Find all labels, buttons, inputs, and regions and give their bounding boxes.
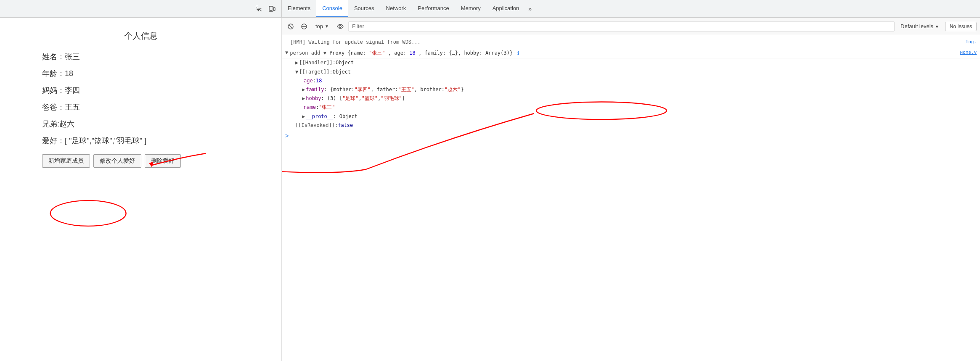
page-title: 个人信息	[17, 30, 265, 42]
tab-memory[interactable]: Memory	[455, 0, 487, 17]
console-output: [HMR] Waiting for update signal from WDS…	[282, 35, 980, 361]
log-level-selector[interactable]: Default levels ▼	[897, 22, 943, 30]
devtools-topbar: Elements Console Sources Network Perform…	[0, 0, 980, 18]
proxy-info-icon[interactable]: ℹ	[517, 50, 519, 56]
context-selector[interactable]: top ▼	[312, 22, 332, 30]
mother-item: 妈妈：李四	[17, 85, 265, 95]
proxy-log-line: ▼ person add ▼ Proxy {name: "张三" , age: …	[282, 48, 980, 58]
live-expressions-button[interactable]	[335, 21, 346, 32]
name-tree-line: name : "张三"	[282, 103, 980, 112]
proto-expand-icon[interactable]: ▶	[302, 113, 305, 121]
context-label: top	[315, 23, 323, 29]
proto-tree-line: ▶ __proto__ : Object	[282, 112, 980, 121]
hobby-tree-line: ▶ hobby : (3) [ "足球" , "篮球" , "羽毛球" ]	[282, 94, 980, 103]
family-expand-icon[interactable]: ▶	[302, 86, 305, 94]
delete-hobby-button[interactable]: 删除爱好	[145, 154, 181, 168]
webpage-panel: 个人信息 姓名：张三 年龄：18 妈妈：李四 爸爸：王五 兄弟:赵六 爱好：[ …	[0, 18, 282, 361]
tab-application[interactable]: Application	[487, 0, 525, 17]
brother-item: 兄弟:赵六	[17, 119, 265, 129]
block-button[interactable]	[299, 21, 310, 32]
tab-sources[interactable]: Sources	[348, 0, 380, 17]
svg-rect-5	[273, 8, 275, 11]
proxy-log-text: person add ▼ Proxy {name: "张三" , age: 18…	[290, 49, 956, 57]
console-toolbar: top ▼ Default levels ▼ No Issues	[282, 18, 980, 35]
hobby-expand-icon[interactable]: ▶	[302, 95, 305, 103]
clear-console-button[interactable]	[285, 21, 296, 32]
isrevoked-tree-line: [[IsRevoked]]: false	[282, 121, 980, 130]
target-expand-icon[interactable]: ▼	[295, 68, 298, 76]
filter-input[interactable]	[348, 21, 895, 32]
handler-expand-icon[interactable]: ▶	[295, 59, 298, 67]
hmr-source-link[interactable]: log.	[961, 39, 977, 47]
more-tabs-icon[interactable]: »	[525, 0, 535, 17]
tab-console[interactable]: Console	[316, 0, 348, 17]
name-item: 姓名：张三	[17, 52, 265, 62]
action-buttons: 新增家庭成员 修改个人爱好 删除爱好	[17, 154, 265, 168]
devtools-console: top ▼ Default levels ▼ No Issues [HMR] W…	[282, 18, 980, 361]
svg-rect-3	[257, 7, 257, 8]
console-prompt[interactable]: >	[282, 130, 980, 142]
father-item: 爸爸：王五	[17, 102, 265, 112]
hmr-log-text: [HMR] Waiting for update signal from WDS…	[290, 39, 961, 47]
main-layout: 个人信息 姓名：张三 年龄：18 妈妈：李四 爸爸：王五 兄弟:赵六 爱好：[ …	[0, 18, 980, 361]
family-tree-line: ▶ family : {mother: "李四" , father: "王五" …	[282, 85, 980, 94]
no-issues-button[interactable]: No Issues	[945, 22, 977, 31]
target-tree-line: ▼ [[Target]]: Object	[282, 68, 980, 76]
cursor-icon[interactable]	[253, 3, 265, 15]
devtools-tabs: Elements Console Sources Network Perform…	[282, 0, 980, 17]
svg-point-7	[50, 200, 126, 226]
svg-line-10	[289, 25, 292, 28]
context-dropdown-icon: ▼	[325, 24, 329, 29]
tab-network[interactable]: Network	[380, 0, 412, 17]
hobby-item: 爱好：[ "足球","篮球","羽毛球" ]	[17, 136, 265, 146]
prompt-arrow-icon: >	[285, 132, 289, 141]
svg-rect-1	[256, 6, 256, 8]
hmr-log-line: [HMR] Waiting for update signal from WDS…	[282, 37, 980, 48]
add-family-button[interactable]: 新增家庭成员	[42, 154, 90, 168]
age-tree-line: age : 18	[282, 76, 980, 85]
tab-elements[interactable]: Elements	[282, 0, 316, 17]
age-item: 年龄：18	[17, 69, 265, 79]
edit-hobby-button[interactable]: 修改个人爱好	[93, 154, 141, 168]
device-icon[interactable]	[266, 3, 278, 15]
proxy-source-link[interactable]: Home.v	[956, 49, 977, 57]
tab-performance[interactable]: Performance	[412, 0, 455, 17]
proxy-expand-icon[interactable]: ▼	[285, 49, 290, 57]
handler-tree-line: ▶ [[Handler]]: Object	[282, 58, 980, 67]
svg-point-13	[339, 25, 341, 27]
